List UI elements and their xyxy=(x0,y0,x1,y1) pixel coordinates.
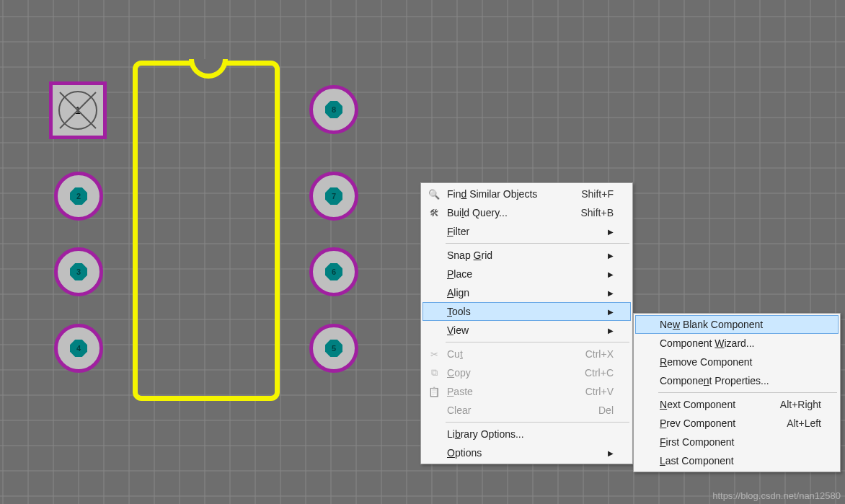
menu-item: 📋PasteCtrl+V xyxy=(422,382,631,401)
menu-item: ⧉CopyCtrl+C xyxy=(422,363,631,382)
pad-5[interactable]: 5 xyxy=(309,324,358,373)
menu-shortcut: Ctrl+X xyxy=(585,348,614,360)
menu-item-label: Filter xyxy=(447,226,469,237)
menu-shortcut: Shift+F xyxy=(581,188,614,200)
pad-number: 6 xyxy=(325,263,342,280)
context-menu[interactable]: 🔍Find Similar ObjectsShift+F🛠Build Query… xyxy=(420,182,633,464)
menu-shortcut: Alt+Left xyxy=(787,417,821,429)
chevron-right-icon: ▶ xyxy=(608,327,614,335)
menu-item[interactable]: Remove Component xyxy=(635,353,839,371)
menu-item-label: Place xyxy=(447,268,472,280)
menu-item-label: Component Properties... xyxy=(660,375,769,386)
pad-number: 2 xyxy=(70,187,87,205)
menu-shortcut: Shift+B xyxy=(580,207,614,218)
menu-shortcut: Alt+Right xyxy=(780,399,821,410)
menu-item[interactable]: Snap Grid▶ xyxy=(422,246,631,265)
menu-item[interactable]: New Blank Component xyxy=(635,315,839,334)
chevron-right-icon: ▶ xyxy=(608,252,614,260)
menu-separator xyxy=(658,392,837,393)
pad-3[interactable]: 3 xyxy=(54,247,103,296)
menu-item[interactable]: View▶ xyxy=(422,321,631,340)
chevron-right-icon: ▶ xyxy=(608,228,614,236)
copy-icon: ⧉ xyxy=(425,367,443,379)
menu-item: ClearDel xyxy=(422,401,631,420)
menu-shortcut: Ctrl+V xyxy=(585,386,614,397)
menu-item-label: Tools xyxy=(447,306,471,317)
menu-item[interactable]: Component Wizard... xyxy=(635,334,839,353)
menu-item-label: Component Wizard... xyxy=(660,337,755,349)
menu-item-label: Next Component xyxy=(660,399,735,410)
menu-item-label: Clear xyxy=(447,404,471,416)
menu-item-label: Prev Component xyxy=(660,417,735,429)
menu-item[interactable]: Options▶ xyxy=(422,443,631,462)
menu-item-label: Build Query... xyxy=(447,207,508,218)
pad-1[interactable]: 1 xyxy=(49,81,107,139)
menu-item-label: Snap Grid xyxy=(447,249,492,261)
pad-4[interactable]: 4 xyxy=(54,324,103,373)
paste-icon: 📋 xyxy=(425,386,443,397)
menu-item[interactable]: Prev ComponentAlt+Left xyxy=(635,414,839,433)
menu-item-label: Last Component xyxy=(660,455,734,467)
menu-item-label: Remove Component xyxy=(660,356,752,368)
pad-7[interactable]: 7 xyxy=(309,172,358,221)
scissors-icon: ✂ xyxy=(425,349,443,360)
menu-item-label: Align xyxy=(447,287,469,299)
pad-number: 8 xyxy=(325,101,342,118)
pad-number: 7 xyxy=(325,187,342,205)
menu-item-label: Paste xyxy=(447,386,473,397)
menu-item-label: First Component xyxy=(660,436,735,448)
watermark: https://blog.csdn.net/nan12580 xyxy=(712,490,841,501)
menu-item[interactable]: Library Options... xyxy=(422,425,631,443)
pad-8[interactable]: 8 xyxy=(309,85,358,134)
menu-item[interactable]: Tools▶ xyxy=(422,302,631,321)
pad-6[interactable]: 6 xyxy=(309,247,358,296)
menu-item-label: Cut xyxy=(447,348,463,360)
menu-item-label: View xyxy=(447,324,469,336)
pcb-canvas[interactable]: 12345678 🔍Find Similar ObjectsShift+F🛠Bu… xyxy=(0,0,845,504)
menu-item-label: Find Similar Objects xyxy=(447,188,537,200)
tools-submenu[interactable]: New Blank ComponentComponent Wizard...Re… xyxy=(633,313,841,472)
menu-separator xyxy=(446,422,629,423)
menu-item-label: Library Options... xyxy=(447,428,524,440)
menu-shortcut: Del xyxy=(598,404,614,416)
pad-number: 5 xyxy=(325,340,342,357)
menu-item[interactable]: 🛠Build Query...Shift+B xyxy=(422,203,631,222)
menu-shortcut: Ctrl+C xyxy=(585,367,614,379)
menu-item[interactable]: Last Component xyxy=(635,451,839,470)
menu-item[interactable]: First Component xyxy=(635,433,839,451)
menu-item[interactable]: Place▶ xyxy=(422,265,631,283)
menu-item: ✂CutCtrl+X xyxy=(422,345,631,363)
menu-item[interactable]: Component Properties... xyxy=(635,371,839,390)
menu-item[interactable]: Filter▶ xyxy=(422,222,631,241)
menu-item-label: Options xyxy=(447,447,482,459)
menu-item-label: Copy xyxy=(447,367,471,379)
menu-item-label: New Blank Component xyxy=(660,319,763,330)
search-icon: 🔍 xyxy=(425,189,443,200)
component-outline xyxy=(133,61,280,401)
menu-separator xyxy=(446,243,629,244)
chevron-right-icon: ▶ xyxy=(608,270,614,278)
chevron-right-icon: ▶ xyxy=(608,308,614,316)
menu-separator xyxy=(446,342,629,342)
menu-item[interactable]: Next ComponentAlt+Right xyxy=(635,395,839,414)
chevron-right-icon: ▶ xyxy=(608,449,614,457)
menu-item[interactable]: Align▶ xyxy=(422,283,631,302)
chevron-right-icon: ▶ xyxy=(608,289,614,297)
pad-2[interactable]: 2 xyxy=(54,172,103,221)
pad-number: 3 xyxy=(70,263,87,280)
pad-number: 4 xyxy=(70,340,87,357)
hammer-icon: 🛠 xyxy=(425,208,443,218)
menu-item[interactable]: 🔍Find Similar ObjectsShift+F xyxy=(422,185,631,203)
